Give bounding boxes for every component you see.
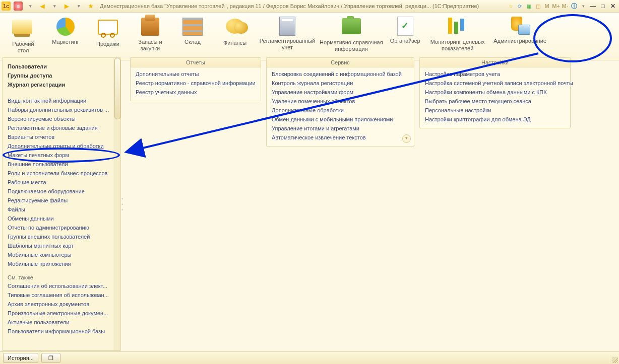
panel-service-header: Сервис [267, 58, 414, 67]
section-reglament[interactable]: Регламентированныйучет [256, 15, 319, 51]
nav-link[interactable]: Внешние пользователи [8, 160, 117, 169]
nav-link[interactable]: Пользователи информационной базы [8, 327, 117, 336]
mminus-btn[interactable]: M- [562, 3, 569, 10]
nav-link[interactable]: Роли и исполнители бизнес-процессов [8, 169, 117, 178]
panel-link[interactable]: Автоматическое извлечение текстов [272, 133, 409, 142]
panel-reports-header: Отчеты [131, 58, 261, 67]
close-button[interactable]: ✕ [609, 3, 617, 10]
calendar-icon[interactable]: ◫ [534, 3, 541, 10]
panel-link[interactable]: Реестр учетных данных [136, 88, 256, 97]
nav-link[interactable]: Варианты отчетов [8, 132, 117, 141]
nav-bold-journal[interactable]: Журнал регистрации [8, 80, 117, 89]
dropdown-icon[interactable]: ▾ [26, 2, 35, 11]
nav-seealso-header: См. также [8, 274, 117, 280]
nav-scroll-thumb[interactable] [114, 58, 120, 119]
nav-back-icon[interactable]: ◀ [38, 2, 47, 11]
nav-link[interactable]: Типовые соглашения об использован... [8, 290, 117, 300]
mplus-btn[interactable]: M+ [552, 3, 560, 10]
resize-grip-icon[interactable] [612, 357, 618, 363]
app-menu-icon[interactable]: ≡ [14, 2, 23, 11]
panel-link[interactable]: Управление итогами и агрегатами [272, 124, 409, 133]
windows-button[interactable]: ❐ [41, 353, 60, 363]
nav-link[interactable]: Рабочие места [8, 178, 117, 187]
panel-link[interactable]: Блокировка соединений с информационной б… [272, 69, 409, 79]
maximize-button[interactable]: □ [599, 3, 607, 10]
nav-link[interactable]: Регламентные и фоновые задания [8, 123, 117, 132]
nav-link[interactable]: Мобильные компьютеры [8, 250, 117, 259]
info-icon[interactable]: ⓘ [571, 3, 578, 10]
fav2-icon[interactable]: ☆ [507, 3, 514, 10]
nav-link[interactable]: Редактируемые файлы [8, 196, 117, 205]
panel-link[interactable]: Настройки компоненты обмена данными с КП… [425, 88, 565, 97]
window-title: Демонстрационная база "Управление торгов… [97, 3, 507, 9]
nav-link[interactable]: Файлы [8, 205, 117, 214]
section-stock[interactable]: Запасы изакупки [129, 15, 171, 52]
section-desktop[interactable]: Рабочийстол [2, 15, 44, 54]
section-admin[interactable]: Администрирование [489, 15, 551, 44]
panel-link[interactable]: Настройка системной учетной записи элект… [425, 79, 565, 88]
favorites-icon[interactable]: ★ [86, 2, 95, 11]
tool1-icon[interactable]: ⟳ [516, 3, 523, 10]
nav-link-additional-reports[interactable]: Дополнительные отчеты и обработки [8, 141, 117, 151]
panel-settings-header: Настройки [420, 58, 570, 67]
panel-settings: Настройки Настройка параметров учета Нас… [419, 57, 571, 128]
panel-service-expand-icon[interactable]: ▾ [402, 134, 411, 143]
app-1c-icon[interactable]: 1c [2, 2, 11, 11]
nav-fwd-dd-icon[interactable]: ▾ [74, 2, 83, 11]
nav-link[interactable]: Шаблоны магнитных карт [8, 241, 117, 250]
panel-link[interactable]: Удаление помеченных объектов [272, 97, 409, 106]
panel-link[interactable]: Настройка параметров учета [425, 69, 565, 79]
m-btn[interactable]: M [543, 3, 550, 10]
nav-forward-icon[interactable]: ▶ [62, 2, 71, 11]
minimize-button[interactable]: — [589, 3, 597, 10]
section-monitoring[interactable]: Мониторинг целевыхпоказателей [426, 15, 489, 52]
panel-link[interactable]: Обмен данными с мобильными приложениями [272, 115, 409, 124]
titlebar: 1c ≡ ▾ ◀ ▾ ▶ ▾ ★ Демонстрационная база "… [0, 0, 619, 13]
section-bar: Рабочийстол Маркетинг Продажи Запасы иза… [0, 13, 619, 60]
status-bar: История... ❐ [0, 351, 619, 364]
history-button[interactable]: История... [3, 353, 38, 363]
nav-link[interactable]: Архив электронных документов [8, 300, 117, 309]
nav-link[interactable]: Виды контактной информации [8, 96, 117, 105]
section-marketing[interactable]: Маркетинг [44, 15, 87, 45]
nav-link[interactable]: Наборы дополнительных реквизитов ... [8, 105, 117, 114]
section-finance[interactable]: Финансы [214, 15, 256, 46]
nav-link[interactable]: Подключаемое оборудование [8, 187, 117, 196]
nav-link[interactable]: Версионируемые объекты [8, 114, 117, 123]
panel-link[interactable]: Настройки криптографии для обмена ЭД [425, 115, 565, 124]
nav-link[interactable]: Обмены данными [8, 214, 117, 223]
panel-link[interactable]: Контроль журнала регистрации [272, 79, 409, 88]
info-dd-icon[interactable]: ▾ [580, 3, 587, 10]
nav-scrollbar[interactable] [113, 58, 120, 350]
panel-link[interactable]: Дополнительные отчеты [136, 69, 256, 79]
section-organizer[interactable]: Органайзер [384, 15, 426, 44]
nav-link[interactable]: Макеты печатных форм [8, 151, 117, 160]
panel-service: Сервис Блокировка соединений с информаци… [266, 57, 414, 147]
nav-link[interactable]: Соглашения об использовании элект... [8, 281, 117, 290]
nav-panel: Пользователи Группы доступа Журнал регис… [2, 57, 121, 351]
section-nsi[interactable]: Нормативно-справочнаяинформация [319, 15, 384, 52]
nav-link[interactable]: Отчеты по администрированию [8, 223, 117, 232]
nav-link[interactable]: Мобильные приложения [8, 259, 117, 268]
section-sales[interactable]: Продажи [87, 15, 129, 47]
panel-link[interactable]: Управление настройками форм [272, 88, 409, 97]
nav-link[interactable]: Группы внешних пользователей [8, 232, 117, 241]
nav-bold-users[interactable]: Пользователи [8, 62, 117, 71]
panel-reports: Отчеты Дополнительные отчеты Реестр норм… [130, 57, 261, 101]
section-warehouse[interactable]: Склад [171, 15, 214, 45]
nav-link[interactable]: Произвольные электронные докумен... [8, 309, 117, 318]
panel-link[interactable]: Дополнительные обработки [272, 106, 409, 115]
panel-link[interactable]: Персональные настройки [425, 106, 565, 115]
panel-link[interactable]: Выбрать рабочее место текущего сеанса [425, 97, 565, 106]
calc-icon[interactable]: ▦ [525, 3, 532, 10]
nav-back-dd-icon[interactable]: ▾ [50, 2, 59, 11]
nav-bold-groups[interactable]: Группы доступа [8, 71, 117, 80]
panel-link[interactable]: Реестр нормативно - справочной информаци… [136, 79, 256, 88]
nav-link[interactable]: Активные пользователи [8, 318, 117, 327]
